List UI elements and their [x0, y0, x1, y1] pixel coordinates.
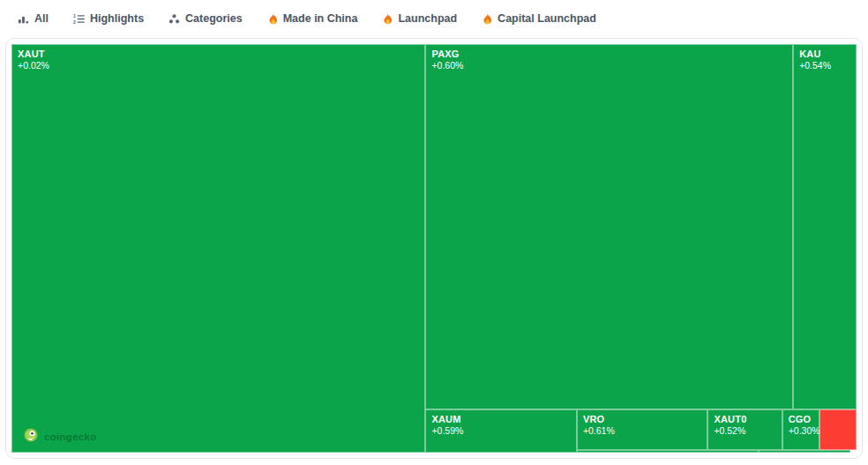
numbered-list-icon: 12: [73, 13, 85, 25]
cell-symbol: KAU: [799, 48, 850, 60]
cell-label: VRO+0.61%: [577, 409, 707, 441]
tab-label: Highlights: [90, 12, 144, 25]
svg-text:1: 1: [73, 13, 76, 19]
heatmap-cell[interactable]: [577, 450, 759, 453]
cluster-icon: [168, 13, 180, 25]
heatmap-cell-xaut0[interactable]: XAUT0+0.52%: [707, 409, 782, 450]
cell-symbol: XAUT0: [714, 413, 775, 425]
cell-symbol: PAXG: [431, 48, 787, 60]
tab-launchpad[interactable]: Launchpad: [382, 12, 457, 25]
coingecko-logo-icon: [24, 428, 38, 446]
cell-symbol: CGO: [789, 413, 813, 425]
tab-categories[interactable]: Categories: [168, 12, 243, 25]
cell-change: +0.02%: [18, 60, 419, 72]
bar-chart-icon: [18, 13, 29, 25]
flame-icon: [267, 12, 278, 25]
page: { "tabs": [ { "label": "All", "icon": "b…: [0, 0, 868, 465]
flame-icon: [382, 12, 393, 25]
cell-change: +0.54%: [799, 60, 850, 72]
heatmap-cell-xaut[interactable]: XAUT+0.02%: [11, 44, 425, 453]
tab-label: Capital Launchpad: [498, 12, 596, 25]
tab-capital-launchpad[interactable]: Capital Launchpad: [482, 12, 596, 25]
heatmap-card: CGO+0.30%XAUT0+0.52%VRO+0.61%XAUM+0.59%K…: [5, 38, 863, 459]
cell-label: XAUT+0.02%: [11, 44, 425, 76]
cell-label: XAUM+0.59%: [425, 409, 576, 441]
cell-symbol: VRO: [583, 413, 701, 425]
tab-label: Made in China: [283, 12, 358, 25]
coingecko-watermark-label: coingecko: [44, 431, 97, 442]
cell-change: +0.59%: [431, 425, 570, 438]
tab-all[interactable]: All: [18, 12, 49, 25]
cell-label: XAUT0+0.52%: [707, 409, 782, 441]
heatmap-cell-vro[interactable]: VRO+0.61%: [577, 409, 707, 450]
tab-label: Categories: [185, 12, 243, 25]
cell-change: +0.60%: [431, 60, 787, 72]
heatmap-cell-kau[interactable]: KAU+0.54%: [793, 44, 857, 409]
tab-label: All: [34, 12, 49, 25]
heatmap-cell[interactable]: [819, 409, 857, 450]
heatmap-tab-bar: All12HighlightsCategoriesMade in ChinaLa…: [0, 0, 868, 35]
tab-made-in-china[interactable]: Made in China: [267, 12, 358, 25]
cell-change: +0.52%: [714, 425, 775, 438]
heatmap-cell-cgo[interactable]: CGO+0.30%: [782, 409, 819, 450]
cell-label: KAU+0.54%: [793, 44, 857, 76]
heatmap-cell[interactable]: [759, 450, 850, 453]
flame-icon: [482, 12, 492, 25]
heatmap-treemap: CGO+0.30%XAUT0+0.52%VRO+0.61%XAUM+0.59%K…: [11, 44, 857, 453]
cell-change: +0.61%: [583, 425, 701, 438]
heatmap-cell-xaum[interactable]: XAUM+0.59%: [425, 409, 576, 453]
cell-symbol: XAUT: [18, 48, 419, 60]
tab-label: Launchpad: [398, 12, 457, 25]
cell-label: PAXG+0.60%: [425, 44, 793, 76]
heatmap-cell-paxg[interactable]: PAXG+0.60%: [425, 44, 793, 409]
coingecko-watermark: coingecko: [24, 428, 97, 446]
svg-text:2: 2: [73, 19, 76, 25]
cell-label: CGO+0.30%: [782, 409, 819, 441]
cell-change: +0.30%: [789, 425, 813, 438]
tab-highlights[interactable]: 12Highlights: [73, 12, 144, 25]
cell-symbol: XAUM: [431, 413, 570, 425]
